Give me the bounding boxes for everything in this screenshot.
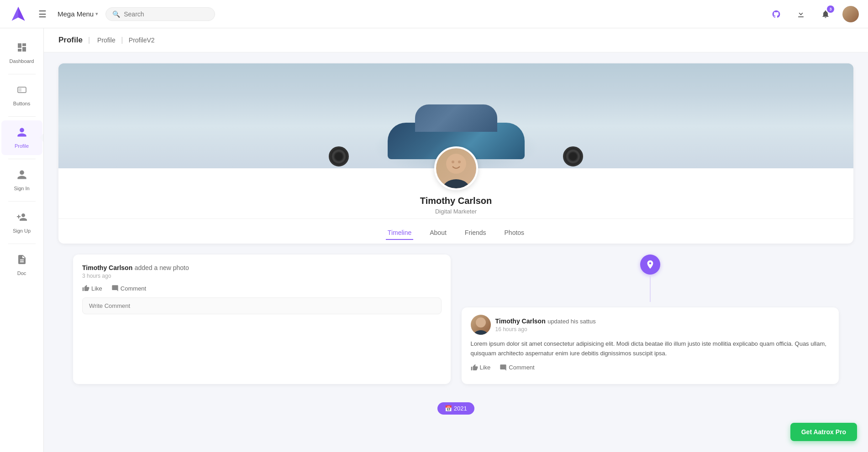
- signup-icon: [16, 212, 27, 225]
- avatar-image: [842, 6, 859, 22]
- sidebar-item-label: Buttons: [13, 101, 30, 106]
- get-pro-button[interactable]: Get Aatrox Pro: [790, 423, 857, 441]
- comment-input[interactable]: [89, 302, 435, 309]
- page-title: Profile: [58, 36, 83, 45]
- sidebar-item-label: Doc: [17, 270, 26, 276]
- sidebar-item-label: Sign In: [14, 186, 29, 191]
- year-badge: 📅 2021: [437, 402, 474, 415]
- timeline-post: Timothy Carlson updated his sattus 16 ho…: [462, 307, 839, 384]
- search-input[interactable]: [124, 10, 208, 18]
- sidebar-item-doc[interactable]: Doc: [1, 248, 42, 282]
- tab-friends[interactable]: Friends: [463, 226, 488, 240]
- breadcrumb-link-profile[interactable]: Profile: [97, 36, 116, 44]
- post-meta: Timothy Carlson added a new photo: [82, 264, 189, 272]
- timeline-post-meta: Timothy Carlson updated his sattus 16 ho…: [495, 317, 596, 333]
- tab-timeline[interactable]: Timeline: [386, 226, 413, 240]
- comment-label: Comment: [121, 285, 146, 292]
- github-icon[interactable]: [768, 6, 784, 22]
- timeline-like-button[interactable]: Like: [471, 364, 491, 371]
- app-logo[interactable]: [9, 5, 27, 23]
- search-bar[interactable]: 🔍: [105, 7, 215, 21]
- sidebar-item-profile[interactable]: Profile: [1, 120, 42, 155]
- sidebar-item-signin[interactable]: Sign In: [1, 163, 42, 197]
- svg-point-10: [473, 330, 488, 335]
- sidebar: Dashboard Buttons Profile Sign In: [0, 28, 44, 452]
- profile-card: Timothy Carlson Digital Marketer Timelin…: [58, 63, 853, 244]
- hamburger-icon[interactable]: ☰: [35, 7, 50, 21]
- post-header: Timothy Carlson added a new photo 3 hour…: [82, 264, 442, 279]
- sidebar-item-label: Profile: [15, 143, 29, 149]
- timeline-post-header-text: Timothy Carlson updated his sattus: [495, 317, 596, 325]
- sidebar-item-label: Dashboard: [10, 58, 34, 64]
- profile-avatar-wrap: [58, 146, 853, 190]
- svg-point-8: [446, 154, 466, 174]
- sidebar-item-buttons[interactable]: Buttons: [1, 78, 42, 113]
- timeline-line: [650, 275, 651, 302]
- signin-icon: [16, 169, 27, 183]
- svg-rect-3: [19, 88, 21, 92]
- profile-name: Timothy Carlson: [58, 196, 853, 206]
- avatar-placeholder: [436, 148, 476, 188]
- breadcrumb-link-profilev2[interactable]: ProfileV2: [129, 36, 155, 44]
- profile-wrapper: Timothy Carlson Digital Marketer Timelin…: [44, 52, 868, 433]
- chevron-down-icon: ▾: [95, 11, 98, 17]
- dashboard-icon: [16, 42, 27, 56]
- timeline-post-header: Timothy Carlson updated his sattus 16 ho…: [471, 315, 830, 335]
- sidebar-item-label: Sign Up: [13, 228, 31, 234]
- cover-vehicle-top: [415, 104, 497, 132]
- sidebar-item-signup[interactable]: Sign Up: [1, 205, 42, 240]
- mega-menu-button[interactable]: Mega Menu ▾: [58, 10, 98, 18]
- post-action-text: added a new photo: [135, 264, 189, 271]
- svg-point-9: [476, 317, 486, 327]
- timeline-post-actions: Like Comment: [471, 364, 830, 371]
- timeline-like-label: Like: [480, 364, 491, 371]
- sidebar-divider: [8, 74, 36, 74]
- sidebar-item-dashboard[interactable]: Dashboard: [1, 36, 42, 70]
- profile-tabs: Timeline About Friends Photos: [58, 218, 853, 244]
- main-layout: Dashboard Buttons Profile Sign In: [0, 28, 868, 452]
- post-author: Timothy Carlson: [82, 264, 132, 271]
- profile-content-grid: Timothy Carlson added a new photo 3 hour…: [58, 244, 853, 395]
- svg-marker-1: [18, 6, 25, 21]
- profile-icon: [16, 127, 27, 140]
- sidebar-divider: [8, 244, 36, 244]
- page-header: Profile | Profile | ProfileV2: [44, 28, 868, 52]
- notification-badge: 3: [827, 5, 834, 13]
- timeline-comment-button[interactable]: Comment: [500, 364, 534, 371]
- like-button[interactable]: Like: [82, 285, 102, 292]
- breadcrumb: Profile | ProfileV2: [95, 36, 157, 44]
- timeline-post-author: Timothy Carlson: [495, 317, 546, 325]
- timeline-comment-label: Comment: [509, 364, 534, 371]
- topnav-right: 3: [768, 6, 859, 22]
- tab-about[interactable]: About: [428, 226, 448, 240]
- mega-menu-label: Mega Menu: [58, 10, 94, 18]
- sidebar-divider: [8, 159, 36, 159]
- timeline-post-body: Lorem ipsum dolor sit amet consectetur a…: [471, 339, 830, 358]
- doc-icon: [16, 254, 27, 268]
- post-time: 3 hours ago: [82, 273, 189, 279]
- timeline-post-time: 16 hours ago: [495, 326, 596, 333]
- breadcrumb-separator: |: [121, 36, 123, 44]
- profile-avatar: [434, 146, 478, 190]
- post-card: Timothy Carlson added a new photo 3 hour…: [73, 255, 451, 384]
- timeline-icon: [640, 255, 660, 275]
- topnav: ☰ Mega Menu ▾ 🔍 3: [0, 0, 868, 28]
- post-actions: Like Comment: [82, 285, 442, 292]
- notifications-icon[interactable]: 3: [818, 6, 833, 22]
- year-badge-label: 📅 2021: [445, 405, 467, 412]
- comment-button[interactable]: Comment: [111, 285, 146, 292]
- tab-photos[interactable]: Photos: [503, 226, 526, 240]
- user-avatar[interactable]: [842, 6, 859, 22]
- svg-point-5: [442, 179, 470, 188]
- sidebar-divider: [8, 116, 36, 117]
- sidebar-divider: [8, 201, 36, 202]
- download-icon[interactable]: [793, 6, 809, 22]
- buttons-icon: [16, 84, 27, 98]
- comment-input-wrap[interactable]: [82, 297, 442, 314]
- like-label: Like: [91, 285, 102, 292]
- timeline-post-action-text: updated his sattus: [547, 318, 596, 325]
- search-icon: 🔍: [112, 10, 120, 18]
- main-content: Profile | Profile | ProfileV2: [44, 28, 868, 452]
- timeline-section: Timothy Carlson updated his sattus 16 ho…: [462, 255, 839, 384]
- profile-role: Digital Marketer: [58, 208, 853, 215]
